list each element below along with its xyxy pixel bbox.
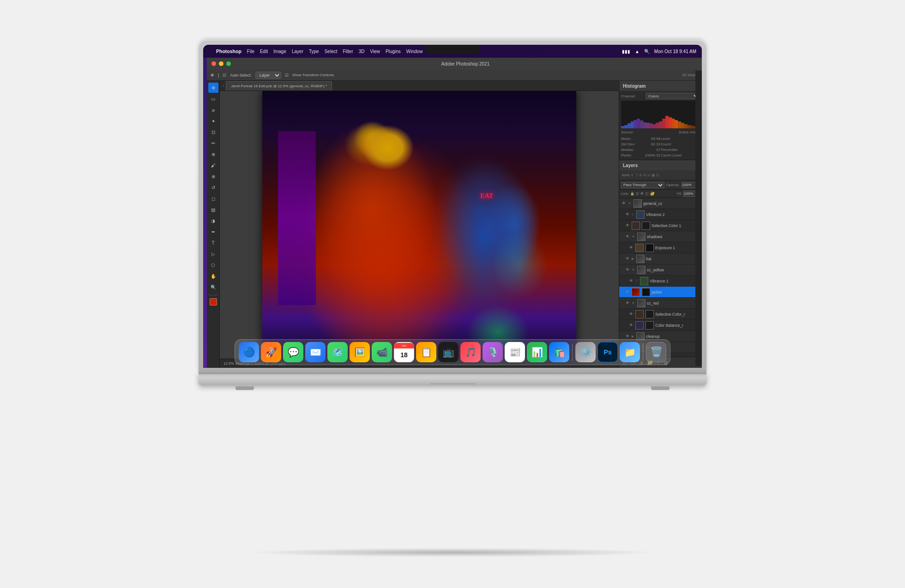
fold-icon[interactable]: ▼ — [632, 268, 635, 271]
lock-image-icon[interactable]: ⊡ — [636, 192, 639, 196]
lock-artboard-icon[interactable]: ◫ — [645, 192, 649, 196]
move-tool[interactable]: ✥ — [208, 83, 218, 93]
menubar-image[interactable]: Image — [273, 49, 286, 54]
transform-check[interactable]: ☑ — [285, 73, 289, 78]
layer-vibrance2[interactable]: 👁 ▽ Vibrance 2 — [619, 209, 702, 220]
layer-cc-yellow[interactable]: 👁 ▼ cc_yellow — [619, 264, 702, 276]
layer-color-balance[interactable]: 👁 Color Balance_r — [619, 320, 702, 331]
fold-icon[interactable]: ▶ — [632, 257, 634, 261]
layer-eye-icon[interactable]: 👁 — [625, 301, 630, 305]
clone-tool[interactable]: ⊗ — [208, 171, 218, 181]
layer-exposure1[interactable]: 👁 Exposure 1 — [619, 242, 702, 253]
brush-tool[interactable]: 🖌 — [208, 160, 218, 170]
gradient-tool[interactable]: ▤ — [208, 204, 218, 215]
layer-hat[interactable]: 👁 ▶ hat — [619, 253, 702, 264]
menubar-3d[interactable]: 3D — [359, 49, 365, 54]
menubar-edit[interactable]: Edit — [260, 49, 268, 54]
menubar-select[interactable]: Select — [325, 49, 338, 54]
lock-transparent-icon[interactable]: 🔒 — [630, 192, 634, 196]
maximize-button[interactable] — [226, 61, 231, 66]
fold-icon[interactable]: ▼ — [632, 301, 635, 305]
foreground-color[interactable] — [210, 298, 217, 306]
menubar-filter[interactable]: Filter — [343, 49, 353, 54]
menubar-file[interactable]: File — [247, 49, 254, 54]
layers-panel-header[interactable]: Layers ≡ — [619, 160, 702, 170]
zoom-tool[interactable]: 🔍 — [208, 282, 218, 292]
menubar-search-icon[interactable]: 🔍 — [644, 49, 650, 54]
layer-eye-icon[interactable]: 👁 — [625, 290, 630, 294]
layer-eye-icon[interactable]: 👁 — [625, 223, 630, 228]
dock-mail[interactable]: ✉️ — [305, 342, 326, 362]
history-tool[interactable]: ↺ — [208, 182, 218, 192]
menubar-app-name[interactable]: Photoshop — [216, 48, 241, 54]
dock-appletv[interactable]: 📺 — [438, 342, 459, 362]
path-select-tool[interactable]: ▷ — [208, 249, 218, 259]
layer-selective1[interactable]: 👁 Selective Color 1 — [619, 220, 702, 231]
text-tool[interactable]: T — [208, 238, 218, 248]
menubar-layer[interactable]: Layer — [292, 49, 303, 54]
layer-eye-icon[interactable]: 👁 — [625, 257, 630, 261]
dodge-tool[interactable]: ◑ — [208, 216, 218, 226]
spot-heal-tool[interactable]: ⊕ — [208, 149, 218, 159]
menubar-window[interactable]: Window — [406, 49, 423, 54]
menubar-view[interactable]: View — [370, 49, 380, 54]
layer-vibrance1[interactable]: 👁 ▽ Vibrance 1 — [619, 276, 702, 287]
menubar-plugins[interactable]: Plugins — [386, 49, 401, 54]
blend-mode-select[interactable]: Pass Through Normal Multiply Screen Over… — [621, 182, 664, 188]
layer-eye-icon[interactable]: 👁 — [621, 201, 627, 205]
layer-cc-red[interactable]: 👁 ▼ cc_red — [619, 298, 702, 309]
dock-sysprefs[interactable]: ⚙️ — [575, 342, 596, 362]
eyedropper-tool[interactable]: ✏ — [208, 138, 218, 148]
dock-photos[interactable]: 🖼️ — [350, 342, 370, 362]
layer-eye-icon[interactable]: 👁 — [628, 312, 634, 316]
layer-eye-icon[interactable]: 👁 — [625, 268, 630, 272]
pen-tool[interactable]: ✒ — [208, 227, 218, 237]
dock-trash[interactable]: 🗑️ — [646, 342, 666, 362]
dock-facetime[interactable]: 📹 — [372, 342, 392, 362]
dock-music[interactable]: 🎵 — [460, 342, 481, 362]
menubar-type[interactable]: Type — [309, 49, 319, 54]
eraser-tool[interactable]: ◻ — [208, 193, 218, 204]
dock-reminders[interactable]: 📋 — [416, 342, 436, 362]
shape-tool[interactable]: ⬡ — [208, 260, 218, 270]
lock-all-icon[interactable]: 🔐 — [650, 192, 655, 196]
magic-wand-tool[interactable]: ✦ — [208, 116, 218, 126]
layer-eye-icon[interactable]: 👁 — [625, 212, 630, 216]
layer-general-cc[interactable]: 👁 ▼ general_cc — [619, 198, 702, 209]
layer-shadows[interactable]: 👁 ▼ shadows — [619, 231, 702, 242]
minimize-button[interactable] — [219, 61, 223, 66]
menubar-wifi-icon[interactable]: ▲ — [635, 49, 640, 54]
select-rect-tool[interactable]: ▭ — [208, 94, 218, 104]
dock-photoshop[interactable]: Ps — [597, 342, 618, 362]
dock-launchpad[interactable]: 🚀 — [261, 342, 281, 362]
dock-files[interactable]: 📁 — [620, 342, 640, 362]
layer-eye-icon[interactable]: 👁 — [628, 279, 634, 283]
histogram-panel-header[interactable]: Histogram ≡ — [619, 81, 702, 91]
dock-finder[interactable]: 🔵 — [239, 342, 259, 362]
layer-eye-icon[interactable]: 👁 — [628, 323, 634, 327]
layer-selective-r[interactable]: 👁 Selective Color_r — [619, 309, 702, 320]
auto-select-check[interactable]: ☑ — [223, 73, 226, 78]
tab-back-icon[interactable]: ‹ — [223, 83, 224, 88]
fold-arrow-icon[interactable]: ▼ — [628, 202, 631, 205]
dock-maps[interactable]: 🗺️ — [327, 342, 348, 362]
lock-position-icon[interactable]: ✥ — [640, 192, 644, 196]
dock-messages[interactable]: 💬 — [283, 342, 303, 362]
auto-select-dropdown[interactable]: Layer Group — [255, 72, 281, 79]
dock-appstore[interactable]: 🛍️ — [549, 342, 569, 362]
dock-calendar[interactable]: Oct 18 — [394, 342, 414, 362]
fold-icon[interactable]: ▼ — [632, 235, 635, 238]
dock-numbers[interactable]: 📊 — [527, 342, 547, 362]
lasso-tool[interactable]: ⌀ — [208, 105, 218, 115]
channel-select[interactable]: Colors RGB Red Green Blue — [646, 93, 700, 99]
layer-eye-icon[interactable]: 👁 — [628, 246, 634, 250]
ps-document-tab[interactable]: Jamil Portrait 16 Edit.psb @ 12.5% (gene… — [226, 81, 332, 90]
hand-tool[interactable]: ✋ — [208, 271, 218, 281]
dock-news[interactable]: 📰 — [505, 342, 525, 362]
close-button[interactable] — [211, 61, 216, 66]
dock-podcasts[interactable]: 🎙️ — [483, 342, 503, 362]
move-tool-icon[interactable]: ✥ — [211, 73, 214, 78]
crop-tool[interactable]: ⊡ — [208, 127, 218, 137]
layer-eye-icon[interactable]: 👁 — [625, 234, 630, 239]
layer-jacket[interactable]: 👁 jacket — [619, 287, 702, 298]
